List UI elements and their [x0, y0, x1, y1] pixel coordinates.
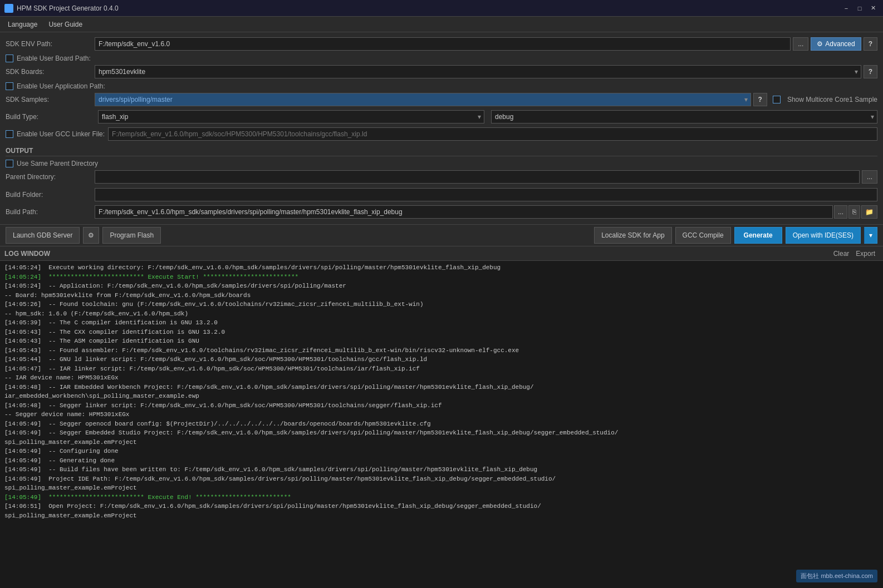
log-line: [14:05:43] -- The CXX compiler identific… [4, 328, 879, 337]
log-line: [14:05:49] -- Generating done [4, 456, 879, 466]
build-path-label: Build Path: [6, 208, 95, 216]
sdk-boards-label: SDK Boards: [6, 68, 95, 76]
parent-dir-label: Parent Directory: [6, 173, 95, 181]
log-line: -- IAR device name: HPM5301xEGx [4, 373, 879, 383]
same-parent-dir-label: Use Same Parent Directory [17, 160, 98, 167]
sdk-env-path-input[interactable] [95, 37, 791, 51]
build-folder-label: Build Folder: [6, 191, 95, 199]
log-line: [14:05:48] -- Segger linker script: F:/t… [4, 401, 879, 411]
build-type-label: Build Type: [6, 113, 95, 121]
clear-button[interactable]: Clear [830, 249, 853, 259]
sdk-boards-help-button[interactable]: ? [864, 65, 877, 78]
build-folder-row: Build Folder: [6, 187, 877, 202]
close-button[interactable]: ✕ [867, 3, 879, 14]
log-line: [14:05:44] -- GNU ld linker script: F:/t… [4, 355, 879, 364]
same-parent-dir-checkbox[interactable] [6, 160, 13, 167]
sdk-boards-row: SDK Boards: hpm5301evklite ▾ ? [6, 65, 877, 79]
build-path-copy-button[interactable]: ⎘ [848, 205, 860, 219]
sdk-samples-select-wrapper: drivers/spi/polling/master ▾ [95, 93, 751, 106]
parent-dir-browse-button[interactable]: ... [862, 170, 877, 184]
sdk-env-browse-button[interactable]: ... [793, 37, 808, 51]
log-line: [14:05:47] -- IAR linker script: F:/temp… [4, 364, 879, 374]
log-line: [14:05:49] -- Segger openocd board confi… [4, 419, 879, 429]
user-board-path-row: Enable User Board Path: [6, 55, 877, 62]
sdk-samples-row: SDK Samples: drivers/spi/polling/master … [6, 92, 877, 107]
log-line: -- Board: hpm5301evklite from F:/temp/sd… [4, 291, 879, 300]
log-line: [14:05:39] -- The C compiler identificat… [4, 318, 879, 328]
build-type-select[interactable]: flash_xip [98, 110, 484, 123]
program-flash-button[interactable]: Program Flash [102, 227, 161, 244]
log-content[interactable]: [14:05:24] Execute working directory: F:… [0, 261, 883, 588]
gdb-settings-button[interactable]: ⚙ [83, 227, 99, 244]
sdk-env-help-button[interactable]: ? [864, 37, 877, 51]
build-folder-input[interactable] [95, 188, 877, 201]
build-path-browse-button[interactable]: ... [834, 205, 847, 219]
gcc-compile-button[interactable]: GCC Compile [675, 227, 731, 244]
log-line: iar_embedded_workbench\spi_polling_maste… [4, 392, 879, 401]
sdk-boards-select[interactable]: hpm5301evklite [95, 65, 861, 78]
menu-language[interactable]: Language [2, 18, 43, 31]
user-board-path-checkbox[interactable] [6, 55, 13, 62]
debug-select-wrapper: debug ▾ [491, 110, 877, 123]
log-line: [14:05:48] -- IAR Embedded Workbench Pro… [4, 383, 879, 392]
parent-dir-input[interactable] [95, 170, 860, 184]
user-app-path-row: Enable User Application Path: [6, 82, 877, 90]
log-title: LOG WINDOW [4, 250, 830, 258]
sdk-samples-help-button[interactable]: ? [753, 93, 767, 106]
log-line: -- Segger device name: HPM5301xEGx [4, 410, 879, 419]
user-board-path-label: Enable User Board Path: [17, 55, 91, 62]
action-buttons-row: Launch GDB Server ⚙ Program Flash Locali… [0, 224, 883, 246]
maximize-button[interactable]: □ [854, 3, 865, 14]
menu-user-guide[interactable]: User Guide [43, 18, 88, 31]
sdk-env-path-label: SDK ENV Path: [6, 40, 95, 48]
localize-sdk-button[interactable]: Localize SDK for App [594, 227, 671, 244]
app-icon [4, 4, 13, 13]
title-text: HPM SDK Project Generator 0.4.0 [17, 4, 841, 12]
sdk-samples-select[interactable]: drivers/spi/polling/master [95, 93, 751, 106]
form-area: SDK ENV Path: ... ⚙ Advanced ? Enable Us… [0, 32, 883, 224]
generate-button[interactable]: Generate [734, 227, 782, 244]
open-ide-button[interactable]: Open with IDE(SES) [786, 227, 861, 244]
log-window: LOG WINDOW Clear Export [14:05:24] Execu… [0, 246, 883, 588]
log-line: -- hpm_sdk: 1.6.0 (F:/temp/sdk_env_v1.6.… [4, 309, 879, 319]
sdk-env-path-row: SDK ENV Path: ... ⚙ Advanced ? [6, 37, 877, 51]
debug-select[interactable]: debug [491, 110, 877, 123]
log-line: [14:05:43] -- Found assembler: F:/temp/s… [4, 346, 879, 355]
log-line: [14:05:49] -- Segger Embedded Studio Pro… [4, 428, 879, 438]
build-path-input[interactable] [95, 205, 833, 219]
sdk-boards-select-wrapper: hpm5301evklite ▾ [95, 65, 861, 78]
sdk-samples-label: SDK Samples: [6, 96, 95, 103]
launch-gdb-button[interactable]: Launch GDB Server [6, 227, 80, 244]
log-line: [14:05:24] Execute working directory: F:… [4, 263, 879, 273]
gcc-linker-input [108, 127, 877, 141]
build-type-select-wrapper: flash_xip ▾ [98, 110, 484, 123]
gear-icon: ⚙ [817, 40, 823, 48]
minimize-button[interactable]: − [841, 3, 852, 14]
same-parent-dir-row: Use Same Parent Directory [6, 160, 877, 167]
show-multicore-checkbox[interactable] [773, 96, 781, 103]
log-line: [14:05:43] -- The ASM compiler identific… [4, 337, 879, 346]
output-section-header: OUTPUT [6, 145, 877, 156]
advanced-button[interactable]: ⚙ Advanced [811, 37, 861, 51]
log-line: [14:05:49] Project IDE Path: F:/temp/sdk… [4, 475, 879, 484]
menu-bar: Language User Guide [0, 17, 883, 32]
log-line: [14:05:49] ************************** Ex… [4, 493, 879, 502]
export-button[interactable]: Export [852, 249, 879, 259]
log-line: [14:05:24] -- Application: F:/temp/sdk_e… [4, 281, 879, 291]
log-line: [14:05:24] ************************** Ex… [4, 273, 879, 282]
build-path-folder-button[interactable]: 📁 [861, 205, 877, 219]
log-line: [14:05:26] -- Found toolchain: gnu (F:/t… [4, 300, 879, 309]
multicore-row: Show Multicore Core1 Sample [773, 96, 877, 103]
log-header: LOG WINDOW Clear Export [0, 246, 883, 261]
gcc-linker-checkbox[interactable] [6, 130, 13, 138]
user-app-path-checkbox[interactable] [6, 82, 13, 90]
log-line: spi_polling_master_example.emProject [4, 511, 879, 521]
gcc-linker-row: Enable User GCC Linker File: [6, 127, 877, 141]
build-type-row: Build Type: flash_xip ▾ debug ▾ [6, 110, 877, 123]
log-line: [14:06:51] Open Project: F:/temp/sdk_env… [4, 502, 879, 511]
log-line: [14:05:49] -- Build files have been writ… [4, 465, 879, 475]
content-area: SDK ENV Path: ... ⚙ Advanced ? Enable Us… [0, 32, 883, 588]
parent-dir-row: Parent Directory: ... [6, 170, 877, 184]
open-ide-dropdown-button[interactable]: ▾ [864, 227, 877, 244]
window-controls: − □ ✕ [841, 3, 879, 14]
